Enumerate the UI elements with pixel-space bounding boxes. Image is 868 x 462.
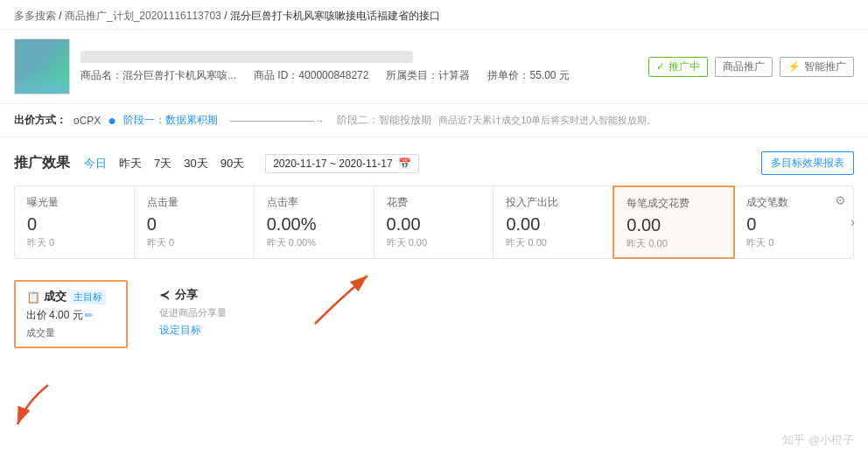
badge-promoting[interactable]: ✓ 推广中 — [648, 57, 708, 77]
stat-cell-2: 点击率0.00%昨天 0.00% — [255, 186, 374, 258]
stat-value-3: 0.00 — [387, 214, 481, 234]
gear-icon[interactable]: ⚙ — [835, 193, 846, 207]
stat-value-4: 0.00 — [506, 214, 600, 234]
bottom-section: 📋 成交 主目标 出价 4.00 元 ✏ 成交量 ≺ 分享 促进商品分享量 设定… — [0, 280, 868, 348]
stats-grid: 曝光量0昨天 0点击量0昨天 0点击率0.00%昨天 0.00%花费0.00昨天… — [14, 186, 854, 259]
stat-cell-4: 投入产出比0.00昨天 0.00 — [494, 186, 613, 258]
tab-7days[interactable]: 7天 — [150, 155, 175, 172]
stat-value-0: 0 — [27, 214, 122, 234]
stat-label-4: 投入产出比 — [506, 195, 600, 210]
pricing-label: 出价方式： — [14, 113, 66, 128]
effects-title: 推广效果 — [14, 154, 70, 172]
product-title-blurred — [80, 51, 413, 63]
stat-label-2: 点击率 — [267, 195, 361, 210]
goal-card-header: 📋 成交 主目标 — [26, 289, 116, 304]
calendar-icon: 📅 — [398, 158, 411, 170]
edit-icon[interactable]: ✏ — [85, 310, 93, 321]
stat-label-6: 成交笔数 — [746, 195, 841, 210]
stat-cell-6: 成交笔数0昨天 0⚙› — [734, 186, 853, 258]
stat-cell-5: 每笔成交花费0.00昨天 0.00 — [612, 186, 735, 259]
effects-header: 推广效果 今日 昨天 7天 30天 90天 2020-11-17 ~ 2020-… — [14, 151, 854, 175]
goal-icon: 📋 — [26, 290, 40, 304]
date-range-value: 2020-11-17 ~ 2020-11-17 — [273, 158, 392, 170]
stat-yesterday-1: 昨天 0 — [147, 236, 242, 249]
tab-90days[interactable]: 90天 — [217, 155, 248, 172]
share-section: ≺ 分享 促进商品分享量 设定目标 — [142, 280, 244, 345]
pricing-method: 出价方式： oCPX ● 阶段一：数据累积期 ————————→ 阶段二：智能投… — [0, 104, 868, 137]
time-tabs: 今日 昨天 7天 30天 90天 — [80, 155, 248, 172]
share-icon: ≺ — [159, 288, 170, 302]
product-badges: ✓ 推广中 商品推广 ⚡ 智能推广 — [648, 57, 854, 77]
watermark: 知乎 @小橙子 — [782, 432, 854, 448]
goal-label: 成交 — [44, 289, 66, 304]
goal-bid: 出价 4.00 元 ✏ — [26, 308, 116, 323]
product-id: 商品 ID：400000848272 — [254, 68, 368, 83]
stat-yesterday-0: 昨天 0 — [27, 236, 122, 249]
stat-yesterday-4: 昨天 0.00 — [506, 236, 600, 249]
badge-normal[interactable]: 商品推广 — [715, 57, 773, 77]
share-header: ≺ 分享 — [159, 287, 227, 303]
product-thumbnail — [14, 38, 70, 94]
share-desc: 促进商品分享量 — [159, 306, 227, 319]
stage2: 阶段二：智能投放期 — [337, 113, 431, 128]
product-name: 商品名：混分巨兽打卡机风寒咳... — [80, 68, 236, 83]
stat-value-1: 0 — [147, 214, 242, 234]
stat-cell-3: 花费0.00昨天 0.00 — [374, 186, 494, 258]
page-wrapper: 多多搜索 / 商品推广_计划_20201116113703 / 混分巨兽打卡机风… — [0, 0, 868, 462]
breadcrumb-item-1[interactable]: 多多搜索 — [14, 10, 56, 22]
stat-label-1: 点击量 — [147, 195, 242, 210]
stat-yesterday-3: 昨天 0.00 — [387, 236, 481, 249]
check-icon: ✓ — [656, 60, 665, 73]
goal-primary-tag: 主目标 — [70, 290, 106, 304]
stat-value-6: 0 — [746, 214, 841, 234]
stage1[interactable]: 阶段一：数据累积期 — [123, 113, 218, 128]
tab-yesterday[interactable]: 昨天 — [116, 155, 145, 172]
badge-smart[interactable]: ⚡ 智能推广 — [780, 57, 854, 77]
goal-sub-label: 成交量 — [26, 326, 116, 340]
stat-value-5: 0.00 — [626, 214, 721, 235]
share-label: 分享 — [175, 287, 198, 303]
bottom-arrow-annotation — [9, 376, 61, 429]
tab-30days[interactable]: 30天 — [180, 155, 211, 172]
breadcrumb: 多多搜索 / 商品推广_计划_20201116113703 / 混分巨兽打卡机风… — [0, 0, 868, 30]
product-price: 拼单价：55.00 元 — [487, 68, 569, 83]
smart-icon: ⚡ — [788, 60, 801, 73]
chevron-right-icon[interactable]: › — [850, 214, 855, 230]
effects-section: 推广效果 今日 昨天 7天 30天 90天 2020-11-17 ~ 2020-… — [0, 141, 868, 270]
product-header: 商品名：混分巨兽打卡机风寒咳... 商品 ID：400000848272 所属类… — [0, 30, 868, 104]
product-info-bar: 商品名：混分巨兽打卡机风寒咳... 商品 ID：400000848272 所属类… — [80, 51, 638, 83]
report-button[interactable]: 多目标效果报表 — [761, 151, 854, 175]
stat-label-5: 每笔成交花费 — [626, 196, 721, 211]
bid-label: 出价 — [26, 308, 47, 323]
stat-yesterday-2: 昨天 0.00% — [267, 236, 361, 249]
stat-label-0: 曝光量 — [27, 195, 122, 210]
stat-yesterday-5: 昨天 0.00 — [626, 237, 721, 250]
pricing-method-value: oCPX — [74, 115, 101, 127]
product-category: 所属类目：计算器 — [386, 68, 470, 83]
breadcrumb-item-3: 混分巨兽打卡机风寒咳嗽接电话福建省的接口 — [230, 10, 440, 22]
tab-today[interactable]: 今日 — [80, 155, 110, 172]
goal-card: 📋 成交 主目标 出价 4.00 元 ✏ 成交量 — [14, 280, 128, 348]
bid-value: 4.00 元 — [49, 308, 83, 323]
stat-cell-0: 曝光量0昨天 0 — [15, 186, 135, 258]
dot-separator: ● — [108, 114, 116, 128]
date-range-picker[interactable]: 2020-11-17 ~ 2020-11-17 📅 — [265, 154, 418, 173]
stage-note: 商品近7天累计成交10单后将实时进入智能投放期。 — [438, 114, 656, 127]
stage-arrow: ————————→ — [225, 115, 330, 127]
stat-cell-1: 点击量0昨天 0 — [135, 186, 255, 258]
stat-yesterday-6: 昨天 0 — [746, 236, 841, 249]
stat-value-2: 0.00% — [267, 214, 361, 234]
set-goal-link[interactable]: 设定目标 — [159, 324, 201, 336]
breadcrumb-item-2[interactable]: 商品推广_计划_20201116113703 — [65, 10, 221, 22]
stat-label-3: 花费 — [387, 195, 481, 210]
product-meta: 商品名：混分巨兽打卡机风寒咳... 商品 ID：400000848272 所属类… — [80, 68, 638, 83]
